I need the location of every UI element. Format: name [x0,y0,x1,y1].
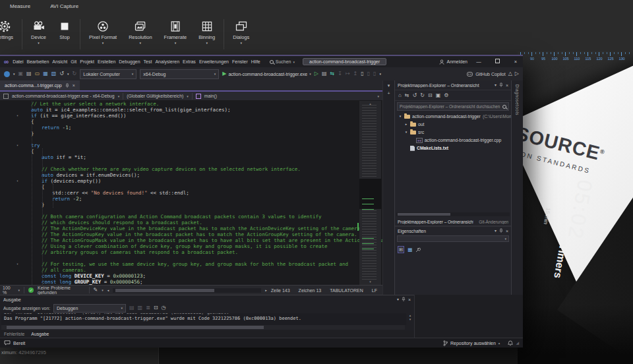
code-line[interactable]: const long DEVICE_KEY = 0x00000123; [0,273,382,279]
switch-views-icon[interactable]: ⇆ [405,92,409,98]
wrench-icon[interactable] [415,247,421,253]
code-line[interactable]: return -1; [0,125,382,131]
code-line[interactable]: { [0,119,382,125]
capture-button-framerate[interactable]: Framerate▾ [158,17,193,51]
vs-menu-item-test[interactable]: Test [144,59,152,64]
code-line[interactable]: // Check whether there are any video cap… [0,166,382,172]
fold-chevron-icon[interactable]: ▾ [16,178,18,184]
problems-status[interactable]: Keine Probleme gefunden [38,286,85,295]
code-line[interactable]: // which devices should respond to a bro… [0,220,382,226]
chevron-down-icon[interactable]: ▾ [187,94,189,98]
code-line[interactable]: std::cerr << "No devices found!" << std:… [0,190,382,196]
step-into-icon[interactable]: ↧ [338,71,342,76]
close-panel-icon[interactable]: × [506,229,508,233]
open-folder-icon[interactable]: ▭ [35,71,40,76]
code-line[interactable]: auto itf = *it; [0,154,382,160]
chevron-down-icon[interactable]: ▾ [383,83,394,88]
explorer-tab-1[interactable]: Git-Änderungen [479,220,508,224]
refresh-icon[interactable]: ↻ [420,92,425,98]
capture-menu-item[interactable]: Measure [10,3,30,9]
code-line[interactable]: } [0,202,382,208]
categorized-icon[interactable]: ⊞ [398,246,404,253]
minimap-viewport[interactable] [359,179,381,209]
chevron-down-icon[interactable]: ▾ [397,297,399,301]
scroll-up-icon[interactable]: ▴ [359,102,381,106]
code-line[interactable]: ▾try [0,142,382,148]
scrollbar-thumb[interactable] [115,289,214,292]
capture-button-dialogs[interactable]: Dialogs▾ [227,17,255,51]
breadcrumb-scope[interactable]: (Globaler Gültigkeitsbereich) [127,94,183,98]
chevron-down-icon[interactable]: ▾ [118,94,120,98]
fold-chevron-icon[interactable]: ▾ [16,113,18,119]
vs-menu-item-extras[interactable]: Extras [183,59,196,64]
find-message-icon[interactable]: ▤ [129,305,135,311]
code-line[interactable]: // arbitrary groups of cameras that resp… [0,249,382,255]
capture-button-binning[interactable]: Binning▾ [193,17,221,51]
pin-icon[interactable] [499,82,503,88]
fold-chevron-icon[interactable]: ▾ [16,261,18,267]
vs-menu-item-datei[interactable]: Datei [13,59,23,64]
pin-icon[interactable] [499,228,503,233]
scrollbar-thumb[interactable] [7,326,264,329]
tree-item[interactable]: ▾src [395,128,511,136]
code-line[interactable]: // The ActionGroupMask value in the broa… [0,237,382,243]
scroll-left-icon[interactable]: ◂ [107,289,109,292]
show-all-files-icon[interactable]: ▣ [436,92,441,98]
vs-menu-item-bearbeiten[interactable]: Bearbeiten [26,59,49,64]
copilot-chat-icon[interactable]: ▷ [515,71,519,76]
solution-search-input[interactable]: Projektmappen-Explorer – Ordneransicht d… [397,102,509,111]
vs-menu-item-debuggen[interactable]: Debuggen [119,59,140,64]
pin-icon[interactable] [65,83,69,88]
output-log[interactable]: Der Thread 'IC4.devicelist' (17304) hat … [1,313,406,325]
code-line[interactable]: ▾if (devices.empty()) [0,178,382,184]
maximize-button[interactable] [490,59,504,65]
editor-splitter[interactable]: ▾ + [382,80,394,295]
panel-tab-ausgabe[interactable]: Ausgabe [31,332,49,336]
code-line[interactable] [0,136,382,142]
solution-explorer-icon[interactable]: ▤ [322,71,327,76]
horizontal-scrollbar[interactable] [113,288,261,293]
vs-menu-item-git[interactable]: Git [71,59,76,64]
chevron-down-icon[interactable]: ▾ [495,229,497,233]
properties-object-combo[interactable]: ▾ [397,235,509,242]
debug-target-combo[interactable]: Lokaler Computer▾ [80,69,136,79]
new-project-icon[interactable]: ▤ [26,71,32,76]
chevron-down-icon[interactable]: ▾ [18,288,20,292]
edit-mode-icon[interactable]: ✎ [94,288,98,293]
minimap-scrollbar[interactable]: ▴ ▾ [359,101,381,285]
zoom-level[interactable]: 100 % [3,286,15,295]
tree-item[interactable]: ▸out [395,120,511,128]
minimize-button[interactable]: — [471,59,486,65]
chevron-down-icon[interactable]: ▾ [495,83,497,87]
tree-expander-icon[interactable]: ▾ [404,130,408,134]
panel-tab-fehlerliste[interactable]: Fehlerliste [4,332,24,336]
split-editor-icon[interactable]: + [383,91,394,96]
vs-menu-item-projekt[interactable]: Projekt [80,59,94,64]
code-line[interactable]: { [0,148,382,154]
code-line[interactable]: // The ActionDeviceKey value in the broa… [0,226,382,231]
capture-button-stop[interactable]: Stop [52,17,77,51]
vs-menu-item-analysieren[interactable]: Analysieren [155,59,179,64]
capture-button-pixel-format[interactable]: Pixel Format▾ [83,17,123,51]
save-all-icon[interactable]: ▧ [51,71,57,76]
tree-expander-icon[interactable]: ▾ [398,114,402,118]
scroll-down-icon[interactable]: ▾ [409,317,411,321]
word-wrap-icon[interactable]: ◷ [162,305,166,311]
code-line[interactable] [0,255,382,261]
chevron-down-icon[interactable]: ▾ [67,73,69,76]
code-line[interactable]: ▾// For testing, we use the same device … [0,261,382,267]
tree-expander-icon[interactable]: ▸ [404,122,408,126]
attach-process-icon[interactable] [4,71,10,77]
resize-grip-icon[interactable]: ◢ [516,341,519,345]
vs-menu-item-ansicht[interactable]: Ansicht [52,59,67,64]
code-line[interactable]: { [0,184,382,190]
column-indicator[interactable]: Zeichen 13 [299,288,322,293]
goto-next-icon[interactable]: ≣ [146,305,150,311]
collapse-all-icon[interactable]: ⊟ [428,92,433,98]
feedback-bubble-icon[interactable] [4,340,11,346]
configuration-combo[interactable]: x64-Debug▾ [140,69,219,79]
pin-icon[interactable] [402,297,406,302]
save-icon[interactable]: ▦ [43,71,48,76]
notifications-bell-icon[interactable] [508,340,513,346]
document-tab[interactable]: action-comma...t-trigger.cpp × [0,80,80,90]
